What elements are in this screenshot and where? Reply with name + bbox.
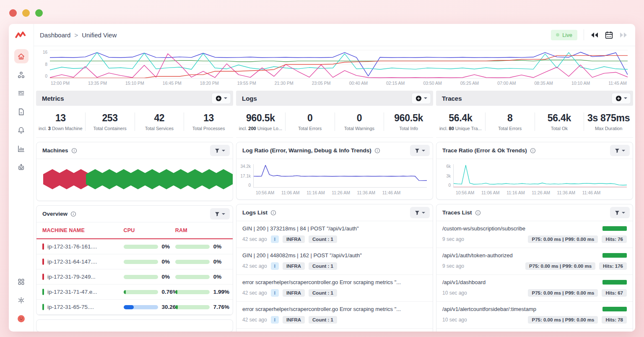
trace-meta: 9 sec agoP75: 0.00 ms | P99: 0.00 msHits…: [442, 235, 627, 243]
time-range-calendar-button[interactable]: [605, 31, 613, 39]
filter-funnel-icon: [415, 148, 420, 153]
x-tick-label: 00:40 AM: [349, 81, 368, 86]
sidebar-item-settings[interactable]: [14, 293, 29, 307]
cpu-cell: 0%: [124, 259, 175, 265]
chevron-down-icon: [622, 212, 625, 215]
log-ratio-x-axis: 10:56 AM11:06 AM11:16 AM11:26 AM11:36 AM…: [239, 188, 400, 198]
x-tick-label: 16:45 PM: [163, 81, 182, 86]
sidebar-item-reports[interactable]: [14, 141, 29, 156]
header-divider: [584, 29, 584, 40]
cpu-cell: 0%: [124, 274, 175, 280]
trace-ratio-chart[interactable]: 6k3k0 10:56 AM11:06 AM11:16 AM11:26 AM11…: [436, 159, 633, 199]
traces-list-filter-button[interactable]: [610, 207, 630, 218]
overview-table-body: ip-172-31-76-161....0%0%ip-172-31-64-147…: [36, 239, 233, 315]
log-list-item[interactable]: error scraperhelper/scrapercontroller.go…: [236, 275, 433, 302]
settings-gear-icon: [17, 296, 25, 304]
trace-timestamp: 10 sec ago: [442, 290, 467, 296]
maximize-button[interactable]: [35, 9, 43, 17]
filter-funnel-icon: [615, 148, 620, 153]
topology-icon: [17, 71, 25, 79]
log-list-item[interactable]: GIN | 200 | 373218ms | 84 | POST "/api/v…: [236, 221, 433, 248]
stat-value: 13: [185, 112, 232, 124]
overview-title: Overview: [42, 211, 68, 217]
machine-name: ip-172-31-79-249...: [47, 274, 96, 280]
trace-ratio-plot: [453, 164, 627, 188]
add-logs-widget-button[interactable]: [411, 93, 431, 104]
chevron-down-icon: [422, 212, 425, 215]
info-icon[interactable]: [530, 148, 536, 154]
x-tick-label: 11:26 AM: [332, 190, 350, 195]
usage-bar: [175, 245, 210, 249]
minimize-button[interactable]: [22, 9, 30, 17]
trace-timestamp: 9 sec ago: [442, 263, 464, 269]
trace-top-row: /api/v1/alertcountforsidebar/:timestamp: [442, 306, 627, 312]
breadcrumb-dashboard[interactable]: Dashboard: [40, 31, 70, 39]
sidebar-item-apps[interactable]: [14, 274, 29, 289]
stat-value: 56.4k: [437, 112, 484, 124]
trace-list-item[interactable]: /api/v1/infrastructure/host-list: [436, 329, 633, 332]
live-badge[interactable]: Live: [551, 30, 577, 40]
unified-overview-chart[interactable]: 1680 12:00 PM13:35 PM15:10 PM16:45 PM18:…: [34, 46, 635, 87]
table-row[interactable]: ip-172-31-65-75....30.26%7.76%: [36, 300, 233, 315]
y-tick-label: 16: [39, 50, 47, 55]
trace-timestamp: 9 sec ago: [442, 236, 464, 242]
add-metrics-widget-button[interactable]: [211, 93, 231, 104]
log-ratio-filter-button[interactable]: [410, 145, 430, 156]
main-chart-plot[interactable]: [50, 50, 628, 78]
trace-list-item[interactable]: /api/v1/alertcountforsidebar/:timestamp1…: [436, 302, 633, 329]
sidebar-item-assistant[interactable]: [14, 160, 29, 174]
trace-list-item[interactable]: /custom-ws/subscription/subscribe9 sec a…: [436, 221, 633, 248]
hits-bar: [602, 226, 627, 231]
trace-list-item[interactable]: /api/v1/auth/token-authorized9 sec agoP7…: [436, 248, 633, 275]
stat-value: 0: [336, 112, 383, 124]
log-list-item[interactable]: GIN | 200 | 448082ms | 162 | POST "/api/…: [236, 248, 433, 275]
machine-hexagon-up[interactable]: [214, 169, 233, 189]
info-icon[interactable]: [270, 210, 276, 216]
add-traces-widget-button[interactable]: [611, 93, 631, 104]
trace-ratio-filter-button[interactable]: [610, 145, 630, 156]
close-button[interactable]: [9, 9, 17, 17]
stat-cell: 56.4kTotal Ok: [535, 112, 584, 131]
breadcrumb-unified-view: Unified View: [82, 31, 117, 39]
info-icon[interactable]: [374, 148, 380, 154]
table-row[interactable]: ip-172-31-76-161....0%0%: [36, 239, 233, 254]
usage-bar: [175, 275, 210, 279]
log-list-item[interactable]: error scraperhelper/scrapercontroller.go…: [236, 302, 433, 329]
usage-bar-fill: [124, 290, 126, 294]
traces-stats-row: 56.4kincl. 80 Unique Tra...8Total Errors…: [436, 106, 633, 138]
info-icon[interactable]: [70, 211, 76, 217]
sidebar-item-documents[interactable]: [14, 104, 29, 119]
table-row[interactable]: ip-172-31-79-249...0%0%: [36, 269, 233, 285]
machine-name-cell: ip-172-31-71-47.e...: [42, 289, 124, 295]
sidebar-item-logs[interactable]: [14, 86, 29, 100]
trace-meta: 10 sec agoP75: 0.00 ms | P99: 0.00 msHit…: [442, 316, 627, 324]
sidebar-item-profile[interactable]: [14, 311, 29, 326]
info-icon[interactable]: [71, 148, 77, 154]
user-avatar: [17, 315, 25, 323]
usage-bar: [124, 260, 158, 264]
log-timestamp: 42 sec ago: [242, 317, 267, 323]
logs-list-filter-button[interactable]: [410, 207, 430, 218]
trace-list-item[interactable]: /api/v1/dashboard10 sec agoP75: 0.00 ms …: [436, 275, 633, 302]
table-row[interactable]: ip-172-31-64-147....0%0%: [36, 254, 233, 269]
sidebar-item-topology[interactable]: [14, 68, 29, 82]
stat-label: incl. 3 Down Machine: [37, 126, 84, 131]
stat-value: 253: [87, 112, 133, 124]
info-icon[interactable]: [475, 210, 481, 216]
overview-filter-button[interactable]: [210, 208, 230, 219]
log-timestamp: 42 sec ago: [242, 236, 267, 242]
logs-section-header: Logs: [236, 91, 433, 106]
cpu-cell: 30.26%: [124, 304, 175, 310]
table-row[interactable]: ip-172-31-71-47.e...0.76%1.99%: [36, 285, 233, 300]
machines-filter-button[interactable]: [210, 145, 230, 156]
time-forward-button[interactable]: [619, 32, 628, 38]
log-list-item[interactable]: error scraperhelper/scrapercontroller.go…: [236, 329, 433, 332]
usage-bar: [124, 290, 158, 294]
severity-badge: I: [271, 262, 279, 270]
time-rewind-button[interactable]: [590, 32, 599, 38]
trace-ratio-card-header: Trace Ratio (Error & Ok Trends): [436, 142, 633, 159]
x-tick-label: 11:36 AM: [357, 190, 375, 195]
sidebar-item-alerts[interactable]: [14, 123, 29, 137]
log-ratio-chart[interactable]: 34.2k17.1k0 10:56 AM11:06 AM11:16 AM11:2…: [236, 159, 433, 199]
sidebar-item-home[interactable]: [14, 49, 29, 63]
